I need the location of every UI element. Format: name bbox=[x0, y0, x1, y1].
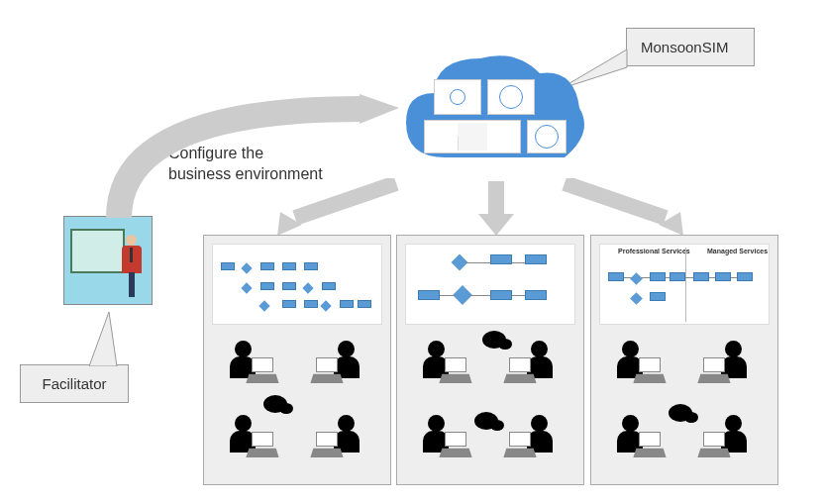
arrow-to-panel-1 bbox=[277, 178, 406, 238]
team-icon-2 bbox=[405, 333, 575, 481]
svg-line-8 bbox=[565, 183, 666, 218]
svg-rect-6 bbox=[488, 181, 504, 216]
team-icon-1 bbox=[212, 333, 382, 481]
team-panel-3: Professional Services Managed Services bbox=[590, 235, 778, 485]
svg-marker-2 bbox=[360, 94, 399, 124]
svg-marker-1 bbox=[89, 312, 117, 366]
cloud-thumb-4 bbox=[527, 120, 567, 153]
cloud bbox=[396, 44, 589, 182]
facilitator-image bbox=[63, 216, 153, 305]
team-panel-2 bbox=[396, 235, 584, 485]
facilitator-callout: Facilitator bbox=[20, 364, 129, 403]
facilitator-label: Facilitator bbox=[42, 375, 106, 392]
speech-bubble-icon bbox=[482, 331, 506, 349]
monsoonsim-callout: MonsoonSIM bbox=[626, 28, 755, 66]
monsoonsim-label: MonsoonSIM bbox=[641, 39, 728, 55]
process-diagram-1 bbox=[212, 244, 382, 325]
arrow-to-panel-2 bbox=[478, 181, 514, 236]
team-icon-3 bbox=[599, 333, 770, 481]
process-diagram-2 bbox=[405, 244, 575, 325]
arrow-to-panel-3 bbox=[555, 178, 683, 238]
speech-bubble-icon bbox=[474, 412, 498, 430]
cloud-thumb-1 bbox=[434, 79, 481, 115]
speech-bubble-icon bbox=[669, 404, 692, 422]
svg-marker-7 bbox=[478, 214, 514, 236]
header-prof: Professional Services bbox=[618, 248, 690, 254]
team-panel-1 bbox=[203, 235, 391, 485]
facilitator-pointer bbox=[89, 312, 129, 366]
cloud-thumb-3 bbox=[424, 120, 521, 153]
header-managed: Managed Services bbox=[707, 248, 768, 254]
speech-bubble-icon bbox=[263, 395, 287, 413]
process-diagram-3: Professional Services Managed Services bbox=[599, 244, 770, 325]
cloud-thumb-2 bbox=[487, 79, 535, 115]
svg-line-4 bbox=[295, 183, 396, 218]
